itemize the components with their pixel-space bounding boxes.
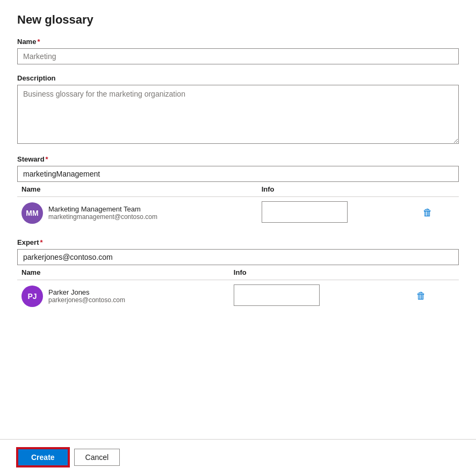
- footer-bar: Create Cancel: [0, 439, 476, 475]
- expert-col-info: Info: [229, 265, 408, 280]
- steward-col-name: Name: [17, 182, 257, 197]
- steward-input[interactable]: [17, 166, 459, 182]
- expert-input[interactable]: [17, 249, 459, 265]
- steward-person-email: marketingmanagement@contoso.com: [48, 213, 157, 221]
- steward-person-name: Marketing Management Team: [48, 205, 157, 213]
- name-label: Name *: [17, 38, 459, 46]
- expert-person-info: PJ Parker Jones parkerjones@contoso.com: [21, 286, 225, 307]
- description-label: Description: [17, 74, 459, 82]
- expert-table: Name Info PJ Parker Jones parkerjones@co…: [17, 265, 459, 312]
- table-row: PJ Parker Jones parkerjones@contoso.com …: [17, 280, 459, 312]
- steward-label: Steward *: [17, 155, 459, 163]
- description-label-text: Description: [17, 74, 56, 82]
- expert-person-email: parkerjones@contoso.com: [48, 296, 125, 304]
- table-row: MM Marketing Management Team marketingma…: [17, 197, 459, 229]
- expert-person-name: Parker Jones: [48, 288, 125, 296]
- steward-delete-button[interactable]: 🗑: [419, 205, 437, 221]
- name-required-star: *: [37, 38, 40, 46]
- expert-label-text: Expert: [17, 238, 39, 246]
- steward-col-info: Info: [257, 182, 414, 197]
- expert-field-group: Expert * Name Info PJ Par: [17, 238, 459, 312]
- expert-delete-button[interactable]: 🗑: [412, 288, 430, 304]
- steward-required-star: *: [46, 155, 48, 163]
- steward-label-text: Steward: [17, 155, 45, 163]
- expert-col-name: Name: [17, 265, 229, 280]
- description-field-group: Description Business glossary for the ma…: [17, 74, 459, 145]
- steward-table: Name Info MM Marketing Management Team m…: [17, 182, 459, 229]
- name-label-text: Name: [17, 38, 36, 46]
- page-title: New glossary: [17, 13, 459, 27]
- expert-label: Expert *: [17, 238, 459, 246]
- name-field-group: Name *: [17, 38, 459, 64]
- steward-field-group: Steward * Name Info MM Ma: [17, 155, 459, 229]
- trash-icon: 🗑: [423, 207, 432, 218]
- steward-person-info: MM Marketing Management Team marketingma…: [21, 202, 253, 224]
- description-input[interactable]: Business glossary for the marketing orga…: [17, 85, 459, 144]
- avatar: MM: [21, 202, 43, 224]
- expert-info-input[interactable]: [234, 284, 320, 306]
- avatar: PJ: [21, 286, 43, 307]
- create-button[interactable]: Create: [17, 448, 69, 466]
- trash-icon: 🗑: [416, 290, 426, 302]
- name-input[interactable]: [17, 48, 459, 64]
- expert-required-star: *: [40, 238, 42, 246]
- cancel-button[interactable]: Cancel: [74, 449, 120, 466]
- steward-info-input[interactable]: [262, 201, 348, 223]
